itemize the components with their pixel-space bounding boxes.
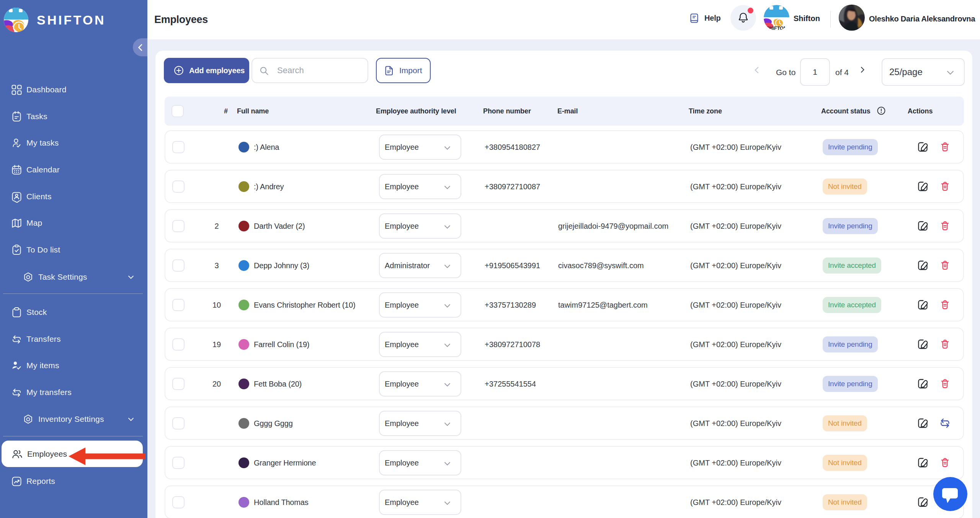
svg-text:SHIFTON: SHIFTON: [766, 26, 787, 31]
